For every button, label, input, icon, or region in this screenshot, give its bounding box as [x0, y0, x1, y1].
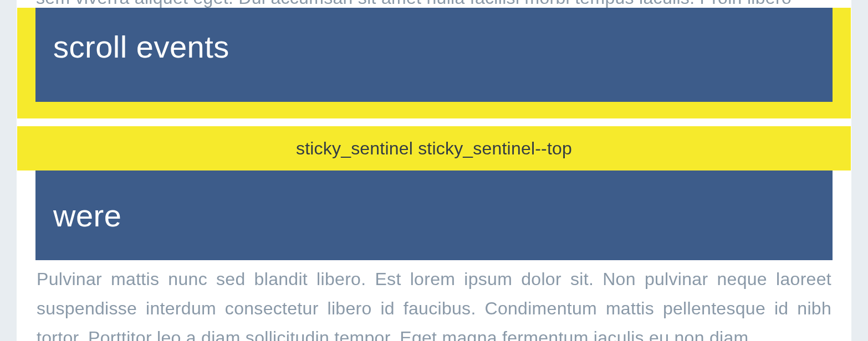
section-body-text: Pulvinar mattis nunc sed blandit libero.…: [37, 265, 831, 341]
content-container: sem viverra aliquet eget. Dui accumsan s…: [17, 0, 851, 341]
section-heading-1: scroll events: [53, 29, 229, 65]
sticky-header-wrapper-2: were: [35, 170, 833, 260]
sticky-sentinel-top: sticky_sentinel sticky_sentinel--top: [17, 126, 851, 170]
sticky-highlight-wrapper-1: scroll events: [17, 8, 851, 118]
sentinel-label-text: sticky_sentinel sticky_sentinel--top: [296, 138, 572, 159]
sticky-header-block-2: were: [35, 170, 833, 260]
page-viewport: sem viverra aliquet eget. Dui accumsan s…: [0, 0, 868, 341]
sticky-header-block-1: scroll events: [35, 8, 833, 102]
section-heading-2: were: [53, 198, 121, 234]
